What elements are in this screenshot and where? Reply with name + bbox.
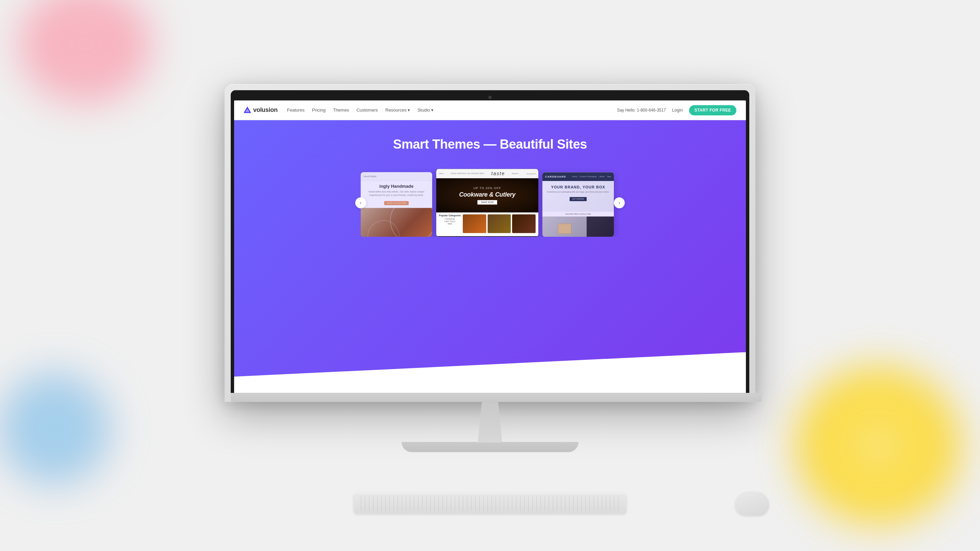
- logo-triangle-inner: [245, 108, 250, 112]
- taste-food-image-2: [488, 214, 511, 233]
- cardboard-nav-custom: Custom Packaging: [579, 176, 597, 178]
- carousel-slide-taste: Menu FREE SHIPPING ON ORDERS $50+ taste …: [436, 169, 538, 237]
- imac-camera-row: [234, 94, 746, 100]
- nav-cta-button[interactable]: START FOR FREE: [689, 105, 737, 115]
- website-content: volusion Features Pricing Themes Custome…: [234, 100, 746, 393]
- taste-category-list: COOKWARE CHEF TOOLS WINE: [439, 218, 461, 225]
- cardboard-nav-home: Home: [572, 176, 578, 178]
- taste-categories-area: Popular Categories COOKWARE CHEF TOOLS W…: [436, 212, 538, 236]
- apple-mouse: [735, 492, 769, 516]
- volusion-logo-icon: [243, 106, 251, 114]
- chevron-down-icon-studio: ▾: [431, 108, 434, 113]
- taste-hero-area: UP TO 20% OFF Cookware & Cutlery SAVE NO…: [436, 178, 538, 212]
- taste-food-image-3: [512, 214, 536, 233]
- taste-product-name: Cookware & Cutlery: [459, 191, 515, 198]
- imac-camera: [488, 95, 492, 99]
- nav-link-features[interactable]: Features: [287, 108, 305, 113]
- cardboard-headline: YOUR BRAND, YOUR BOX: [546, 185, 610, 189]
- imac-chin: [231, 393, 762, 402]
- carousel-next-button[interactable]: ›: [614, 197, 625, 208]
- slide-site-name: Hand+Made: [363, 175, 376, 178]
- taste-logo: taste: [492, 171, 505, 176]
- cardboard-logo: CARDBOARD: [545, 175, 566, 178]
- hero-section: Smart Themes — Beautiful Sites ‹ Hand+Ma…: [234, 120, 746, 393]
- site-nav: volusion Features Pricing Themes Custome…: [234, 100, 746, 120]
- cardboard-hero-area: YOUR BRAND, YOUR BOX Customize your pack…: [542, 181, 614, 211]
- taste-save-button[interactable]: SAVE NOW: [477, 200, 497, 205]
- cardboard-subtext: Customize your packaging with your logo,…: [546, 191, 610, 193]
- nav-login-link[interactable]: Login: [672, 108, 683, 113]
- background-blob-pink: [21, 0, 150, 102]
- imac-stand-neck: [469, 402, 511, 443]
- nav-logo-text: volusion: [253, 106, 278, 114]
- handmade-title: ingly Handmade: [364, 184, 429, 189]
- hero-diagonal-divider: [234, 352, 746, 393]
- cardboard-nav-items: Home Custom Packaging Labels Tape: [572, 176, 611, 178]
- taste-cat-wine: WINE: [439, 223, 461, 225]
- slide-handmade-content: ingly Handmade handcrafted and artly art…: [361, 181, 432, 208]
- nav-link-studio[interactable]: Studio ▾: [417, 108, 434, 113]
- imac-display: volusion Features Pricing Themes Custome…: [224, 84, 756, 452]
- taste-categories-label: Popular Categories COOKWARE CHEF TOOLS W…: [439, 214, 461, 225]
- cardboard-nav-labels: Labels: [598, 176, 605, 178]
- chevron-down-icon: ▾: [408, 108, 410, 113]
- imac-screen-frame: volusion Features Pricing Themes Custome…: [224, 84, 756, 402]
- imac-screen: volusion Features Pricing Themes Custome…: [234, 100, 746, 393]
- nav-link-resources[interactable]: Resources ▾: [385, 108, 410, 113]
- cardboard-dark-image: [587, 216, 614, 237]
- nav-logo[interactable]: volusion: [243, 106, 278, 114]
- cardboard-bulk-text: Save More When You Buy in Bulk: [542, 211, 614, 216]
- taste-account: Account ▾: [527, 172, 536, 175]
- slide-nav-bar: Hand+Made: [361, 172, 432, 181]
- handmade-shop-button[interactable]: SHOP COLLECTION: [384, 201, 409, 205]
- apple-keyboard: [354, 493, 626, 514]
- cardboard-box-shape: [558, 224, 571, 233]
- background-blob-blue: [0, 374, 109, 483]
- taste-header: Menu FREE SHIPPING ON ORDERS $50+ taste …: [436, 169, 538, 178]
- nav-link-themes[interactable]: Themes: [333, 108, 349, 113]
- nav-phone: Say Hello: 1-800-646-3517: [617, 108, 666, 113]
- nav-link-customers[interactable]: Customers: [356, 108, 378, 113]
- background-blob-yellow: [796, 367, 959, 524]
- cardboard-nav-tape: Tape: [607, 176, 611, 178]
- taste-nav-left: Menu: [439, 172, 444, 175]
- taste-food-images: [463, 214, 536, 233]
- cardboard-header: CARDBOARD Home Custom Packaging Labels T…: [542, 172, 614, 181]
- carousel-slides: Hand+Made ingly Handmade handcrafted and…: [361, 169, 619, 237]
- taste-cat-cookware: COOKWARE: [439, 218, 461, 220]
- taste-food-image-1: [463, 214, 486, 233]
- theme-carousel: ‹ Hand+Made ingly Handmade handc: [241, 165, 739, 240]
- cardboard-image-row: [542, 216, 614, 237]
- nav-link-pricing[interactable]: Pricing: [312, 108, 326, 113]
- carousel-slide-cardboard: CARDBOARD Home Custom Packaging Labels T…: [542, 172, 614, 237]
- cardboard-cta-button[interactable]: GET STARTED: [570, 197, 587, 202]
- handmade-subtitle: handcrafted and artly artistic, Our arti…: [364, 190, 429, 197]
- taste-cat-cheftools: CHEF TOOLS: [439, 221, 461, 222]
- imac-stand-base: [401, 442, 579, 452]
- carousel-prev-button[interactable]: ‹: [355, 197, 366, 208]
- taste-discount-text: UP TO 20% OFF: [473, 186, 501, 190]
- nav-right: Say Hello: 1-800-646-3517 Login START FO…: [617, 105, 737, 115]
- imac-bezel: volusion Features Pricing Themes Custome…: [231, 90, 749, 393]
- nav-links: Features Pricing Themes Customers Resour…: [287, 108, 617, 113]
- taste-free-shipping: FREE SHIPPING ON ORDERS $50+: [451, 172, 485, 175]
- carousel-slide-handmade: Hand+Made ingly Handmade handcrafted and…: [361, 172, 432, 237]
- hero-title: Smart Themes — Beautiful Sites: [241, 137, 739, 152]
- handmade-image: [361, 208, 432, 237]
- cardboard-box-image: [542, 216, 587, 237]
- taste-search: Search...: [512, 172, 520, 175]
